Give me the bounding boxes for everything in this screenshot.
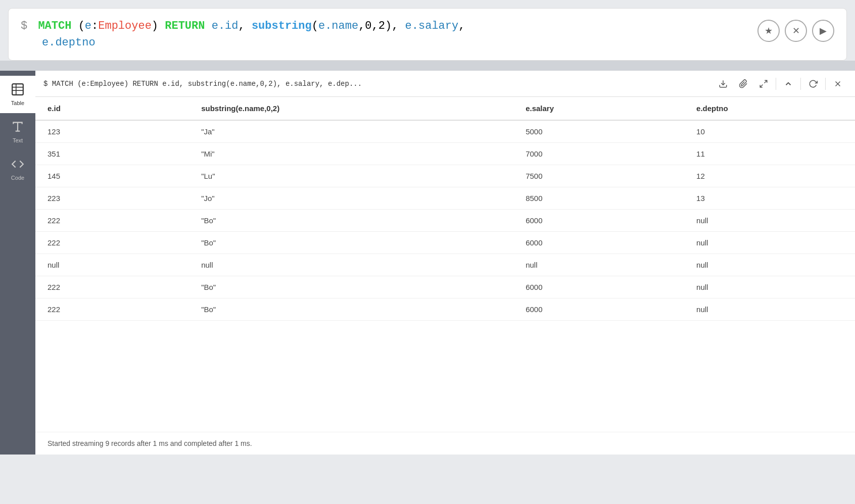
cell-eid-1: 351 bbox=[35, 143, 189, 165]
result-panel: $ MATCH (e:Employee) RETURN e.id, substr… bbox=[35, 71, 855, 455]
svg-line-6 bbox=[760, 84, 763, 87]
col-header-name: substring(e.name,0,2) bbox=[189, 97, 513, 120]
cell-name-0: "Ja" bbox=[189, 120, 513, 143]
separator bbox=[0, 61, 855, 71]
toolbar-divider-2 bbox=[800, 78, 801, 90]
table-row: 222"Bo"6000null bbox=[35, 210, 855, 232]
cell-eid-0: 123 bbox=[35, 120, 189, 143]
table-row: 145"Lu"750012 bbox=[35, 165, 855, 187]
cell-salary-2: 7500 bbox=[513, 165, 684, 187]
result-toolbar: $ MATCH (e:Employee) RETURN e.id, substr… bbox=[35, 71, 855, 97]
expand-button[interactable] bbox=[754, 75, 773, 93]
top-query-text: $ MATCH (e:Employee) RETURN e.id, substr… bbox=[21, 18, 747, 51]
code-icon bbox=[11, 158, 24, 173]
table-row: 351"Mi"700011 bbox=[35, 143, 855, 165]
toolbar-divider-3 bbox=[825, 78, 826, 90]
table-row: 222"Bo"6000null bbox=[35, 298, 855, 321]
star-button[interactable]: ★ bbox=[757, 20, 780, 42]
cell-name-7: "Bo" bbox=[189, 276, 513, 298]
scroll-up-button[interactable] bbox=[779, 75, 797, 93]
col-header-deptno: e.deptno bbox=[684, 97, 855, 120]
cell-salary-0: 5000 bbox=[513, 120, 684, 143]
col-header-salary: e.salary bbox=[513, 97, 684, 120]
refresh-button[interactable] bbox=[804, 75, 822, 93]
cell-salary-7: 6000 bbox=[513, 276, 684, 298]
sidebar-item-code[interactable]: Code bbox=[0, 150, 35, 188]
cell-name-8: "Bo" bbox=[189, 298, 513, 321]
sidebar-code-label: Code bbox=[11, 175, 24, 181]
table-header-row: e.id substring(e.name,0,2) e.salary e.de… bbox=[35, 97, 855, 120]
table-row: 222"Bo"6000null bbox=[35, 276, 855, 298]
cell-name-2: "Lu" bbox=[189, 165, 513, 187]
cell-eid-3: 223 bbox=[35, 187, 189, 210]
close-button[interactable]: ✕ bbox=[785, 20, 807, 42]
cell-deptno-6: null bbox=[684, 254, 855, 276]
sidebar-table-label: Table bbox=[11, 100, 24, 106]
cell-salary-3: 8500 bbox=[513, 187, 684, 210]
results-table: e.id substring(e.name,0,2) e.salary e.de… bbox=[35, 97, 855, 321]
cell-name-6: null bbox=[189, 254, 513, 276]
cell-deptno-2: 12 bbox=[684, 165, 855, 187]
dollar-sign: $ bbox=[21, 20, 27, 32]
cell-eid-5: 222 bbox=[35, 232, 189, 254]
svg-line-5 bbox=[765, 80, 767, 83]
kw-match: MATCH bbox=[38, 20, 71, 32]
cell-salary-1: 7000 bbox=[513, 143, 684, 165]
cell-eid-8: 222 bbox=[35, 298, 189, 321]
cell-name-1: "Mi" bbox=[189, 143, 513, 165]
cell-deptno-8: null bbox=[684, 298, 855, 321]
status-bar: Started streaming 9 records after 1 ms a… bbox=[35, 432, 855, 455]
cell-eid-7: 222 bbox=[35, 276, 189, 298]
sidebar: Table Text Code bbox=[0, 71, 35, 455]
download-button[interactable] bbox=[714, 75, 732, 93]
pin-button[interactable] bbox=[734, 75, 752, 93]
sidebar-item-text[interactable]: Text bbox=[0, 113, 35, 150]
result-close-button[interactable] bbox=[829, 75, 847, 93]
cell-deptno-4: null bbox=[684, 210, 855, 232]
top-query-bar: $ MATCH (e:Employee) RETURN e.id, substr… bbox=[8, 8, 847, 61]
toolbar-divider-1 bbox=[776, 78, 776, 90]
top-actions: ★ ✕ ▶ bbox=[757, 20, 834, 42]
cell-deptno-7: null bbox=[684, 276, 855, 298]
cell-name-4: "Bo" bbox=[189, 210, 513, 232]
cell-eid-4: 222 bbox=[35, 210, 189, 232]
cell-deptno-1: 11 bbox=[684, 143, 855, 165]
table-row: 223"Jo"850013 bbox=[35, 187, 855, 210]
cell-deptno-0: 10 bbox=[684, 120, 855, 143]
table-icon bbox=[11, 83, 24, 98]
cell-eid-6: null bbox=[35, 254, 189, 276]
table-row: 222"Bo"6000null bbox=[35, 232, 855, 254]
data-table: e.id substring(e.name,0,2) e.salary e.de… bbox=[35, 97, 855, 432]
col-header-eid: e.id bbox=[35, 97, 189, 120]
sidebar-item-table[interactable]: Table bbox=[0, 76, 35, 113]
status-text: Started streaming 9 records after 1 ms a… bbox=[48, 439, 252, 447]
cell-name-5: "Bo" bbox=[189, 232, 513, 254]
text-icon bbox=[11, 120, 24, 135]
cell-deptno-5: null bbox=[684, 232, 855, 254]
cell-salary-6: null bbox=[513, 254, 684, 276]
cell-salary-8: 6000 bbox=[513, 298, 684, 321]
table-row: 123"Ja"500010 bbox=[35, 120, 855, 143]
cell-name-3: "Jo" bbox=[189, 187, 513, 210]
cell-eid-2: 145 bbox=[35, 165, 189, 187]
cell-salary-5: 6000 bbox=[513, 232, 684, 254]
main-container: Table Text Code $ bbox=[0, 71, 855, 455]
cell-salary-4: 6000 bbox=[513, 210, 684, 232]
cell-deptno-3: 13 bbox=[684, 187, 855, 210]
svg-rect-0 bbox=[12, 84, 23, 95]
run-button[interactable]: ▶ bbox=[812, 20, 834, 42]
result-query-text: $ MATCH (e:Employee) RETURN e.id, substr… bbox=[43, 80, 712, 88]
sidebar-text-label: Text bbox=[13, 137, 23, 143]
table-row: nullnullnullnull bbox=[35, 254, 855, 276]
